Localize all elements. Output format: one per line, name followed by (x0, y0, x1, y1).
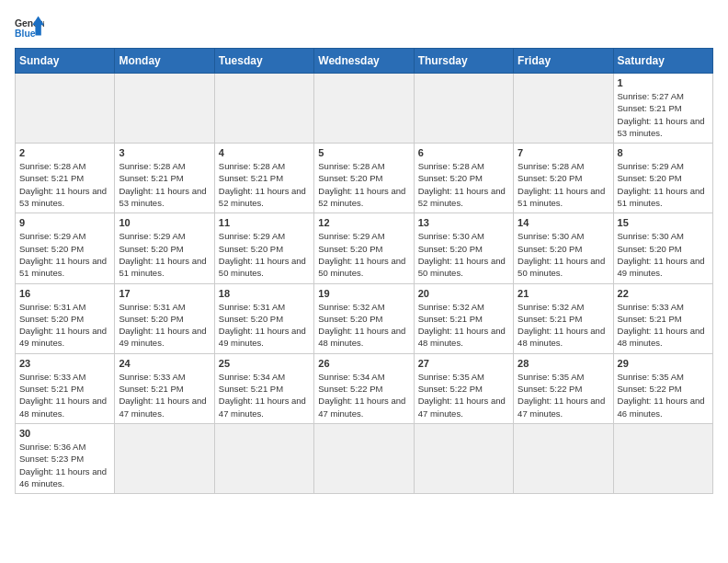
day-number: 12 (318, 217, 409, 228)
col-thursday: Thursday (414, 49, 513, 74)
page-header: General Blue (15, 15, 713, 40)
logo: General Blue (15, 15, 44, 40)
cell-content: Sunrise: 5:32 AMSunset: 5:20 PMDaylight:… (318, 301, 409, 350)
day-number: 8 (618, 147, 709, 158)
calendar-cell (314, 423, 414, 493)
calendar-cell: 10Sunrise: 5:29 AMSunset: 5:20 PMDayligh… (115, 213, 214, 283)
calendar-cell (414, 74, 513, 144)
calendar-cell (214, 74, 313, 144)
header-row: Sunday Monday Tuesday Wednesday Thursday… (16, 49, 713, 74)
week-row-2: 9Sunrise: 5:29 AMSunset: 5:20 PMDaylight… (16, 213, 713, 283)
cell-content: Sunrise: 5:31 AMSunset: 5:20 PMDaylight:… (119, 301, 210, 350)
day-number: 28 (518, 358, 609, 369)
day-number: 21 (518, 288, 609, 299)
cell-content: Sunrise: 5:29 AMSunset: 5:20 PMDaylight:… (219, 230, 310, 279)
calendar-cell: 3Sunrise: 5:28 AMSunset: 5:21 PMDaylight… (115, 144, 214, 213)
cell-content: Sunrise: 5:28 AMSunset: 5:21 PMDaylight:… (219, 160, 310, 209)
col-wednesday: Wednesday (314, 49, 414, 74)
calendar-cell: 30Sunrise: 5:36 AMSunset: 5:23 PMDayligh… (16, 423, 115, 493)
calendar-cell: 23Sunrise: 5:33 AMSunset: 5:21 PMDayligh… (16, 353, 115, 423)
cell-content: Sunrise: 5:32 AMSunset: 5:21 PMDaylight:… (518, 301, 609, 350)
day-number: 30 (19, 428, 110, 439)
svg-text:Blue: Blue (15, 29, 36, 39)
day-number: 6 (418, 147, 509, 158)
col-friday: Friday (514, 49, 613, 74)
cell-content: Sunrise: 5:28 AMSunset: 5:20 PMDaylight:… (518, 160, 609, 209)
calendar-cell: 4Sunrise: 5:28 AMSunset: 5:21 PMDaylight… (214, 144, 313, 213)
calendar-cell: 29Sunrise: 5:35 AMSunset: 5:22 PMDayligh… (613, 353, 712, 423)
calendar-cell: 26Sunrise: 5:34 AMSunset: 5:22 PMDayligh… (314, 353, 414, 423)
day-number: 19 (318, 288, 409, 299)
day-number: 7 (518, 147, 609, 158)
calendar-cell: 9Sunrise: 5:29 AMSunset: 5:20 PMDaylight… (16, 213, 115, 283)
calendar-cell: 12Sunrise: 5:29 AMSunset: 5:20 PMDayligh… (314, 213, 414, 283)
day-number: 14 (518, 217, 609, 228)
day-number: 29 (618, 358, 709, 369)
day-number: 27 (418, 358, 509, 369)
cell-content: Sunrise: 5:36 AMSunset: 5:23 PMDaylight:… (19, 441, 110, 489)
calendar-cell (115, 423, 214, 493)
cell-content: Sunrise: 5:35 AMSunset: 5:22 PMDaylight:… (618, 371, 709, 419)
day-number: 9 (19, 217, 110, 228)
cell-content: Sunrise: 5:28 AMSunset: 5:21 PMDaylight:… (119, 160, 210, 209)
cell-content: Sunrise: 5:32 AMSunset: 5:21 PMDaylight:… (418, 301, 509, 350)
cell-content: Sunrise: 5:31 AMSunset: 5:20 PMDaylight:… (219, 301, 310, 350)
day-number: 20 (418, 288, 509, 299)
cell-content: Sunrise: 5:30 AMSunset: 5:20 PMDaylight:… (518, 230, 609, 279)
day-number: 5 (318, 147, 409, 158)
day-number: 22 (618, 288, 709, 299)
cell-content: Sunrise: 5:30 AMSunset: 5:20 PMDaylight:… (618, 230, 709, 279)
calendar-cell: 24Sunrise: 5:33 AMSunset: 5:21 PMDayligh… (115, 353, 214, 423)
day-number: 18 (219, 288, 310, 299)
week-row-0: 1Sunrise: 5:27 AMSunset: 5:21 PMDaylight… (16, 74, 713, 144)
cell-content: Sunrise: 5:29 AMSunset: 5:20 PMDaylight:… (618, 160, 709, 209)
calendar-cell: 14Sunrise: 5:30 AMSunset: 5:20 PMDayligh… (514, 213, 613, 283)
calendar-cell: 1Sunrise: 5:27 AMSunset: 5:21 PMDaylight… (613, 74, 712, 144)
week-row-3: 16Sunrise: 5:31 AMSunset: 5:20 PMDayligh… (16, 283, 713, 353)
day-number: 15 (618, 217, 709, 228)
calendar-cell: 16Sunrise: 5:31 AMSunset: 5:20 PMDayligh… (16, 283, 115, 353)
day-number: 24 (119, 358, 210, 369)
calendar-cell: 17Sunrise: 5:31 AMSunset: 5:20 PMDayligh… (115, 283, 214, 353)
cell-content: Sunrise: 5:33 AMSunset: 5:21 PMDaylight:… (119, 371, 210, 419)
col-saturday: Saturday (613, 49, 712, 74)
calendar-cell: 20Sunrise: 5:32 AMSunset: 5:21 PMDayligh… (414, 283, 513, 353)
cell-content: Sunrise: 5:35 AMSunset: 5:22 PMDaylight:… (418, 371, 509, 419)
cell-content: Sunrise: 5:29 AMSunset: 5:20 PMDaylight:… (19, 230, 110, 279)
cell-content: Sunrise: 5:35 AMSunset: 5:22 PMDaylight:… (518, 371, 609, 419)
calendar-cell: 8Sunrise: 5:29 AMSunset: 5:20 PMDaylight… (613, 144, 712, 213)
calendar-cell: 21Sunrise: 5:32 AMSunset: 5:21 PMDayligh… (514, 283, 613, 353)
cell-content: Sunrise: 5:34 AMSunset: 5:22 PMDaylight:… (318, 371, 409, 419)
week-row-4: 23Sunrise: 5:33 AMSunset: 5:21 PMDayligh… (16, 353, 713, 423)
day-number: 11 (219, 217, 310, 228)
cell-content: Sunrise: 5:29 AMSunset: 5:20 PMDaylight:… (318, 230, 409, 279)
week-row-5: 30Sunrise: 5:36 AMSunset: 5:23 PMDayligh… (16, 423, 713, 493)
week-row-1: 2Sunrise: 5:28 AMSunset: 5:21 PMDaylight… (16, 144, 713, 213)
cell-content: Sunrise: 5:27 AMSunset: 5:21 PMDaylight:… (618, 90, 709, 139)
col-tuesday: Tuesday (214, 49, 313, 74)
calendar-cell: 7Sunrise: 5:28 AMSunset: 5:20 PMDaylight… (514, 144, 613, 213)
day-number: 10 (119, 217, 210, 228)
calendar-cell: 19Sunrise: 5:32 AMSunset: 5:20 PMDayligh… (314, 283, 414, 353)
calendar-cell (16, 74, 115, 144)
cell-content: Sunrise: 5:30 AMSunset: 5:20 PMDaylight:… (418, 230, 509, 279)
calendar-cell: 27Sunrise: 5:35 AMSunset: 5:22 PMDayligh… (414, 353, 513, 423)
calendar-cell: 13Sunrise: 5:30 AMSunset: 5:20 PMDayligh… (414, 213, 513, 283)
cell-content: Sunrise: 5:31 AMSunset: 5:20 PMDaylight:… (19, 301, 110, 350)
day-number: 16 (19, 288, 110, 299)
calendar-cell (514, 423, 613, 493)
calendar-cell: 5Sunrise: 5:28 AMSunset: 5:20 PMDaylight… (314, 144, 414, 213)
cell-content: Sunrise: 5:33 AMSunset: 5:21 PMDaylight:… (618, 301, 709, 350)
day-number: 23 (19, 358, 110, 369)
cell-content: Sunrise: 5:34 AMSunset: 5:21 PMDaylight:… (219, 371, 310, 419)
day-number: 2 (19, 147, 110, 158)
col-sunday: Sunday (16, 49, 115, 74)
logo-icon: General Blue (15, 15, 44, 40)
col-monday: Monday (115, 49, 214, 74)
calendar-cell: 15Sunrise: 5:30 AMSunset: 5:20 PMDayligh… (613, 213, 712, 283)
day-number: 17 (119, 288, 210, 299)
calendar-cell: 28Sunrise: 5:35 AMSunset: 5:22 PMDayligh… (514, 353, 613, 423)
calendar-table: Sunday Monday Tuesday Wednesday Thursday… (15, 48, 713, 494)
cell-content: Sunrise: 5:33 AMSunset: 5:21 PMDaylight:… (19, 371, 110, 419)
day-number: 13 (418, 217, 509, 228)
